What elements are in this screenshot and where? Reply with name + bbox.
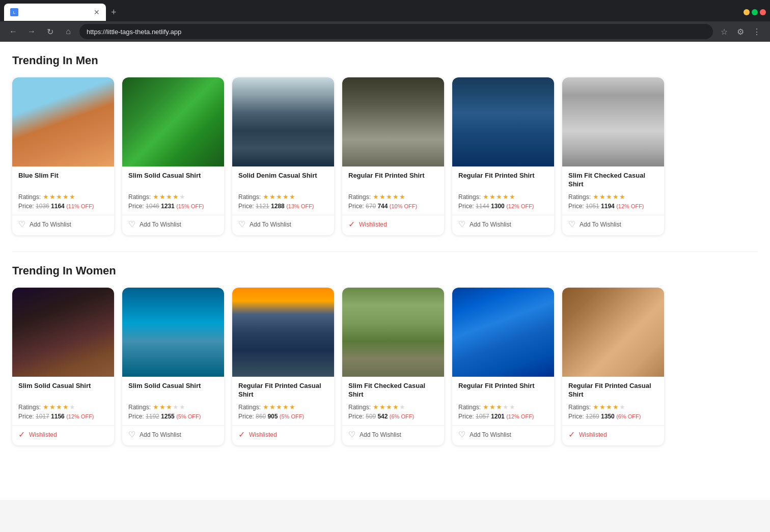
product-card-w1: Slim Solid Casual ShirtRatings:★★★★★Pric… [12, 288, 114, 445]
wishlist-button-m4[interactable]: ✓ [348, 219, 355, 229]
page-content: Trending In MenBlue Slim FitRatings:★★★★… [0, 42, 770, 500]
address-bar[interactable] [79, 24, 713, 39]
new-tab-button[interactable]: + [106, 7, 122, 18]
wishlist-button-w2[interactable]: ♡ [128, 430, 135, 439]
wishlist-label-w2: Add To Wishlist [140, 431, 181, 438]
bookmark-icon[interactable]: ☆ [717, 24, 731, 39]
product-info-w4: Slim Fit Checked Casual ShirtRatings:★★★… [342, 377, 444, 420]
maximize-button[interactable] [752, 9, 758, 15]
wishlist-row-w4: ♡Add To Wishlist [342, 425, 444, 439]
wishlist-button-w4[interactable]: ♡ [348, 430, 355, 439]
price-discounted-m3: 1288 [271, 203, 285, 210]
product-image-w1 [12, 288, 114, 377]
stars-w2: ★★★★★ [153, 403, 186, 411]
ratings-label-w4: Ratings: [348, 404, 371, 411]
product-card-w6: Regular Fit Printed Casual ShirtRatings:… [562, 288, 664, 445]
home-button[interactable]: ⌂ [61, 24, 75, 39]
favicon-icon: L [10, 8, 18, 16]
ratings-label-m1: Ratings: [18, 193, 41, 201]
ratings-row-m1: Ratings:★★★★★ [18, 193, 108, 201]
ratings-label-m4: Ratings: [348, 193, 371, 201]
wishlist-row-w5: ♡Add To Wishlist [452, 425, 554, 439]
wishlist-button-w5[interactable]: ♡ [458, 430, 465, 439]
price-original-m2: 1046 [146, 203, 159, 210]
product-image-w3 [232, 288, 334, 377]
product-info-m4: Regular Fit Printed ShirtRatings:★★★★★Pr… [342, 166, 444, 210]
wishlist-button-m3[interactable]: ♡ [238, 219, 245, 229]
ratings-row-m4: Ratings:★★★★★ [348, 193, 438, 201]
toolbar-icons: ☆ ⚙ ⋮ [717, 24, 764, 39]
product-card-m3: Solid Denim Casual ShirtRatings:★★★★★Pri… [232, 77, 334, 235]
ratings-label-m5: Ratings: [458, 193, 481, 201]
price-discounted-m2: 1231 [161, 203, 175, 210]
product-name-w6: Regular Fit Printed Casual Shirt [568, 382, 658, 399]
minimize-button[interactable] [744, 9, 750, 15]
ratings-row-m5: Ratings:★★★★★ [458, 193, 548, 201]
browser-tab[interactable]: L ✕ [4, 4, 106, 21]
product-info-w3: Regular Fit Printed Casual ShirtRatings:… [232, 377, 334, 420]
stars-w3: ★★★★★ [263, 403, 296, 411]
product-image-m3 [232, 77, 334, 166]
product-name-w1: Slim Solid Casual Shirt [18, 382, 108, 399]
price-row-w6: Price: 1269 1350 (6% OFF) [568, 413, 658, 420]
price-row-m6: Price: 1051 1194 (12% OFF) [568, 203, 658, 210]
wishlist-row-m6: ♡Add To Wishlist [562, 215, 664, 229]
ratings-label-w6: Ratings: [568, 404, 591, 411]
stars-m5: ★★★★★ [483, 193, 516, 201]
product-image-m4 [342, 77, 444, 166]
ratings-label-m6: Ratings: [568, 193, 591, 201]
reload-button[interactable]: ↻ [43, 24, 57, 39]
product-name-m5: Regular Fit Printed Shirt [458, 172, 548, 189]
price-row-m2: Price: 1046 1231 (15% OFF) [128, 203, 218, 210]
price-label-m2: Price: [128, 203, 144, 210]
forward-button[interactable]: → [24, 24, 39, 39]
price-discounted-w2: 1255 [161, 413, 175, 420]
wishlist-button-w6[interactable]: ✓ [568, 430, 575, 439]
ratings-row-w5: Ratings:★★★★★ [458, 403, 548, 411]
wishlist-row-m5: ♡Add To Wishlist [452, 215, 554, 229]
ratings-label-w2: Ratings: [128, 404, 151, 411]
product-card-m5: Regular Fit Printed ShirtRatings:★★★★★Pr… [452, 77, 554, 235]
price-label-m4: Price: [348, 203, 364, 210]
price-original-m3: 1121 [256, 203, 269, 210]
price-off-m3: (13% OFF) [286, 203, 314, 209]
price-discounted-w1: 1156 [51, 413, 65, 420]
wishlist-button-m6[interactable]: ♡ [568, 219, 575, 229]
stars-m4: ★★★★★ [373, 193, 406, 201]
wishlist-button-m2[interactable]: ♡ [128, 219, 135, 229]
wishlist-label-m3: Add To Wishlist [250, 221, 291, 228]
product-image-w4 [342, 288, 444, 377]
wishlist-label-m4: Wishlisted [359, 221, 387, 228]
back-button[interactable]: ← [6, 24, 20, 39]
extension-icon[interactable]: ⚙ [733, 24, 748, 39]
product-info-m1: Blue Slim FitRatings:★★★★★Price: 1036 11… [12, 166, 114, 210]
close-button[interactable] [760, 9, 766, 15]
ratings-row-w6: Ratings:★★★★★ [568, 403, 658, 411]
price-original-m6: 1051 [586, 203, 599, 210]
price-off-m1: (11% OFF) [66, 203, 94, 209]
browser-titlebar: L ✕ + [0, 0, 770, 21]
stars-m2: ★★★★★ [153, 193, 186, 201]
close-tab-icon[interactable]: ✕ [94, 8, 100, 16]
ratings-label-m3: Ratings: [238, 193, 261, 201]
wishlist-button-w3[interactable]: ✓ [238, 430, 245, 439]
product-name-m2: Slim Solid Casual Shirt [128, 172, 218, 189]
price-discounted-m4: 744 [377, 203, 388, 210]
product-image-w6 [562, 288, 664, 377]
wishlist-label-m6: Add To Wishlist [580, 221, 621, 228]
ratings-row-m2: Ratings:★★★★★ [128, 193, 218, 201]
price-discounted-w5: 1201 [491, 413, 505, 420]
wishlist-button-m1[interactable]: ♡ [18, 219, 25, 229]
price-discounted-w3: 905 [267, 413, 278, 420]
wishlist-button-w1[interactable]: ✓ [18, 430, 25, 439]
price-row-m1: Price: 1036 1164 (11% OFF) [18, 203, 108, 210]
section-trending-men: Trending In MenBlue Slim FitRatings:★★★★… [0, 42, 770, 251]
stars-w4: ★★★★★ [373, 403, 406, 411]
product-info-m6: Slim Fit Checked Casual ShirtRatings:★★★… [562, 166, 664, 210]
product-info-m5: Regular Fit Printed ShirtRatings:★★★★★Pr… [452, 166, 554, 210]
wishlist-button-m5[interactable]: ♡ [458, 219, 465, 229]
price-off-w5: (12% OFF) [506, 413, 534, 419]
more-menu-icon[interactable]: ⋮ [750, 24, 764, 39]
wishlist-label-w1: Wishlisted [29, 431, 57, 438]
product-name-m3: Solid Denim Casual Shirt [238, 172, 328, 189]
